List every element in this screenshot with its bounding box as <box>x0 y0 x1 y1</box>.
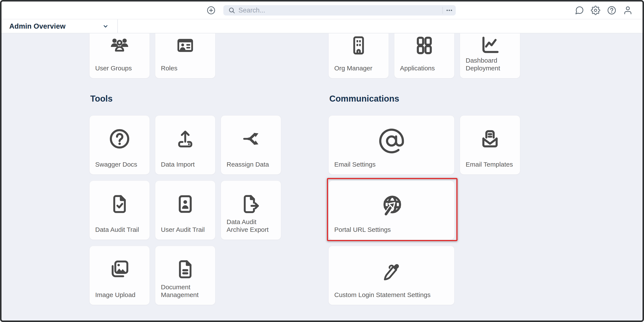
account-button[interactable] <box>623 5 632 15</box>
tile-label: Dashboard Deployment <box>466 57 516 72</box>
search-input[interactable] <box>238 6 442 14</box>
document-management-icon <box>155 252 215 287</box>
tile-label: Email Settings <box>334 161 451 168</box>
custom-login-statement-icon <box>329 252 454 291</box>
ellipsis-icon <box>446 6 453 14</box>
chat-bubble-icon <box>575 5 584 15</box>
tile-email-settings[interactable]: Email Settings <box>328 115 454 175</box>
help-circle-icon <box>607 5 616 15</box>
applications-icon <box>394 34 454 57</box>
tile-label: Org Manager <box>334 64 385 72</box>
swagger-docs-icon <box>90 122 150 156</box>
top-bar <box>2 1 642 19</box>
plus-circle-icon <box>206 6 216 15</box>
chevron-down-icon <box>102 22 109 30</box>
group-tools: Swagger DocsData ImportReassign DataData… <box>90 115 281 305</box>
tile-label: Document Management <box>161 283 212 299</box>
tile-label: Reassign Data <box>226 161 278 168</box>
tile-label: Roles <box>161 64 212 72</box>
view-selector[interactable]: Admin Overview <box>2 19 118 33</box>
settings-button[interactable] <box>591 5 600 15</box>
tools-section-title: Tools <box>90 94 113 103</box>
tile-user-groups[interactable]: User Groups <box>90 33 150 78</box>
tile-label: User Groups <box>95 64 146 72</box>
data-audit-archive-export-icon <box>221 187 281 221</box>
tile-data-audit-trail[interactable]: Data Audit Trail <box>90 181 150 240</box>
messages-button[interactable] <box>575 5 584 15</box>
tile-label: Applications <box>400 64 451 72</box>
user-groups-icon <box>90 34 150 57</box>
tile-portal-url-settings[interactable]: Portal URL Settings <box>328 181 454 240</box>
help-button[interactable] <box>607 5 616 15</box>
user-icon <box>623 5 632 15</box>
group-communications: Email SettingsEmail TemplatesPortal URL … <box>328 115 520 305</box>
portal-url-settings-icon <box>329 187 454 226</box>
global-search[interactable] <box>223 5 456 15</box>
tile-swagger-docs[interactable]: Swagger Docs <box>90 115 150 175</box>
dashboard-deployment-icon <box>460 34 520 57</box>
reassign-data-icon <box>221 122 281 156</box>
user-audit-trail-icon <box>155 187 215 221</box>
image-upload-icon <box>90 252 150 287</box>
current-view-label: Admin Overview <box>9 22 66 30</box>
tile-label: Data Audit Archive Export <box>226 218 278 234</box>
tile-document-management[interactable]: Document Management <box>155 246 216 305</box>
tile-label: Image Upload <box>95 291 146 299</box>
tile-applications[interactable]: Applications <box>394 33 454 78</box>
tile-image-upload[interactable]: Image Upload <box>90 246 150 305</box>
app-window: Admin Overview User GroupsRoles Org Mana… <box>0 0 644 322</box>
communications-section-title: Communications <box>329 94 399 103</box>
tile-org-manager[interactable]: Org Manager <box>328 33 389 78</box>
tile-label: Data Audit Trail <box>95 226 146 234</box>
search-divider <box>442 7 443 14</box>
gear-icon <box>591 5 600 15</box>
tile-user-audit-trail[interactable]: User Audit Trail <box>155 181 216 240</box>
tile-data-audit-archive-export[interactable]: Data Audit Archive Export <box>221 181 281 240</box>
org-manager-icon <box>329 34 388 57</box>
tile-label: User Audit Trail <box>161 226 212 234</box>
tile-label: Swagger Docs <box>95 161 146 168</box>
tile-email-templates[interactable]: Email Templates <box>460 115 520 175</box>
tile-label: Custom Login Statement Settings <box>334 291 451 299</box>
email-templates-icon <box>460 122 520 156</box>
group-top-left: User GroupsRoles <box>90 33 216 78</box>
topbar-actions <box>575 5 632 15</box>
data-audit-trail-icon <box>90 187 150 221</box>
tile-dashboard-deployment[interactable]: Dashboard Deployment <box>460 33 520 78</box>
tile-reassign-data[interactable]: Reassign Data <box>221 115 281 175</box>
tile-label: Portal URL Settings <box>334 226 451 234</box>
email-settings-icon <box>329 122 454 160</box>
tile-custom-login-statement-settings[interactable]: Custom Login Statement Settings <box>328 246 454 305</box>
admin-overview-content: User GroupsRoles Org ManagerApplications… <box>2 33 642 321</box>
create-new-button[interactable] <box>206 6 216 15</box>
search-options-button[interactable] <box>446 6 453 14</box>
search-icon <box>228 7 236 14</box>
view-selector-bar: Admin Overview <box>2 19 642 33</box>
group-top-right: Org ManagerApplicationsDashboard Deploym… <box>328 33 520 78</box>
tile-label: Data Import <box>161 161 212 168</box>
roles-icon <box>155 34 215 57</box>
tile-roles[interactable]: Roles <box>155 33 216 78</box>
tile-data-import[interactable]: Data Import <box>155 115 216 175</box>
tile-label: Email Templates <box>466 161 516 168</box>
data-import-icon <box>155 122 215 156</box>
